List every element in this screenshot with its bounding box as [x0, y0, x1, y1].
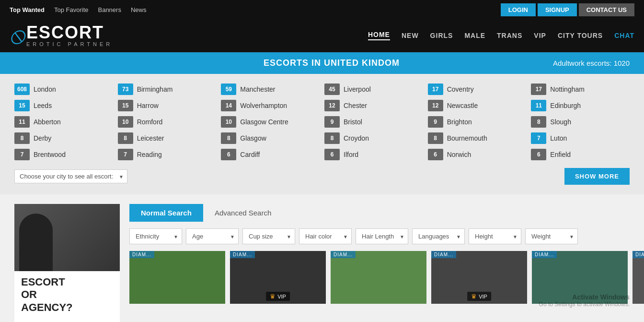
- contact-button[interactable]: CONTACT US: [579, 3, 634, 16]
- city-item[interactable]: 8Derby: [14, 132, 113, 144]
- ad-silhouette: [14, 204, 120, 271]
- city-item[interactable]: 7Brentwood: [14, 149, 113, 160]
- city-name[interactable]: Cardiff: [240, 151, 260, 158]
- city-badge: 12: [324, 100, 340, 111]
- escort-card[interactable]: DIAM...: [129, 251, 225, 304]
- city-name[interactable]: Norwich: [447, 151, 472, 158]
- nav-new[interactable]: NEW: [402, 32, 419, 39]
- city-name[interactable]: Coventry: [447, 85, 474, 93]
- filter-age[interactable]: Age: [186, 228, 239, 244]
- city-name[interactable]: Derby: [34, 134, 51, 142]
- filter-weight[interactable]: Weight: [525, 228, 578, 244]
- city-name[interactable]: Glasgow Centre: [240, 118, 288, 126]
- city-item[interactable]: 9Bristol: [324, 116, 423, 128]
- city-name[interactable]: Liverpool: [344, 85, 371, 93]
- city-name[interactable]: Reading: [137, 151, 162, 158]
- city-item[interactable]: 45Liverpool: [324, 83, 423, 95]
- city-name[interactable]: Leeds: [34, 102, 52, 109]
- city-item[interactable]: 73Birmingham: [118, 83, 217, 95]
- city-name[interactable]: Nottingham: [550, 85, 585, 93]
- city-item[interactable]: 608London: [14, 83, 113, 95]
- city-item[interactable]: 59Manchester: [221, 83, 320, 95]
- city-item[interactable]: 7Luton: [531, 132, 630, 144]
- city-name[interactable]: Luton: [550, 134, 567, 142]
- city-item[interactable]: 8Leicester: [118, 132, 217, 144]
- city-select[interactable]: Choose your city to see all escort:: [14, 169, 127, 183]
- filter-hair_color[interactable]: Hair color: [299, 228, 352, 244]
- city-item[interactable]: 11Edinburgh: [531, 100, 630, 111]
- top-nav-top-wanted[interactable]: Top Wanted: [10, 6, 45, 13]
- escort-card[interactable]: DIAM...: [331, 251, 426, 304]
- city-item[interactable]: 15Harrow: [118, 100, 217, 111]
- filter-height[interactable]: Height: [469, 228, 521, 244]
- city-item[interactable]: 6Norwich: [428, 149, 527, 160]
- nav-chat[interactable]: CHAT: [614, 32, 634, 39]
- cards-row: DIAM...♛ VIPDIAM...DIAM...♛ VIPDIAM...DI…: [129, 251, 644, 304]
- signup-button[interactable]: SIGNUP: [538, 3, 577, 16]
- city-name[interactable]: Brighton: [447, 118, 472, 126]
- filter-languages[interactable]: Languages: [412, 228, 465, 244]
- city-badge: 8: [118, 132, 133, 144]
- city-name[interactable]: London: [34, 85, 56, 93]
- city-item[interactable]: 14Wolverhampton: [221, 100, 320, 111]
- city-item[interactable]: 10Glasgow Centre: [221, 116, 320, 128]
- nav-home[interactable]: HOME: [368, 31, 390, 40]
- city-name[interactable]: Leicester: [137, 134, 164, 142]
- city-name[interactable]: Brentwood: [34, 151, 66, 158]
- filter-hair_length-wrap: Hair Length▼: [356, 228, 408, 244]
- city-item[interactable]: 6Cardiff: [221, 149, 320, 160]
- tab-normal-search[interactable]: Normal Search: [129, 204, 203, 222]
- city-name[interactable]: Chester: [344, 102, 367, 109]
- nav-city-tours[interactable]: CITY TOURS: [558, 32, 603, 39]
- filter-ethnicity[interactable]: Ethnicity: [129, 228, 182, 244]
- city-name[interactable]: Newcastle: [447, 102, 478, 109]
- city-name[interactable]: Croydon: [344, 134, 369, 142]
- city-item[interactable]: 8Bournemouth: [428, 132, 527, 144]
- filter-cup_size[interactable]: Cup size: [242, 228, 295, 244]
- show-more-button[interactable]: SHOW MORE: [564, 168, 630, 185]
- city-item[interactable]: 6Enfield: [531, 149, 630, 160]
- nav-trans[interactable]: TRANS: [497, 32, 522, 39]
- city-item[interactable]: 8Glasgow: [221, 132, 320, 144]
- city-name[interactable]: Birmingham: [137, 85, 173, 93]
- city-item[interactable]: 12Chester: [324, 100, 423, 111]
- city-item[interactable]: 8Croydon: [324, 132, 423, 144]
- city-badge: 59: [221, 83, 236, 95]
- escort-card[interactable]: ♛ VIPDIAM...: [230, 251, 326, 304]
- city-name[interactable]: Bournemouth: [447, 134, 487, 142]
- login-button[interactable]: LOGIN: [501, 3, 536, 16]
- nav-vip[interactable]: VIP: [534, 32, 546, 39]
- escort-card[interactable]: ♛ VIPDIAM...: [632, 251, 644, 304]
- top-nav-top-favorite[interactable]: Top Favorite: [54, 6, 89, 13]
- tab-advanced-search[interactable]: Advanced Search: [203, 204, 283, 222]
- city-item[interactable]: 8Slough: [531, 116, 630, 128]
- city-name[interactable]: Wolverhampton: [240, 102, 287, 109]
- city-item[interactable]: 17Coventry: [428, 83, 527, 95]
- city-name[interactable]: Manchester: [240, 85, 275, 93]
- nav-girls[interactable]: GIRLS: [430, 32, 453, 39]
- city-name[interactable]: Abberton: [34, 118, 61, 126]
- city-name[interactable]: Enfield: [550, 151, 571, 158]
- escort-card[interactable]: DIAM...: [532, 251, 628, 304]
- city-name[interactable]: Ilford: [344, 151, 358, 158]
- city-item[interactable]: 17Nottingham: [531, 83, 630, 95]
- city-item[interactable]: 6Ilford: [324, 149, 423, 160]
- city-item[interactable]: 9Brighton: [428, 116, 527, 128]
- city-name[interactable]: Bristol: [344, 118, 362, 126]
- city-name[interactable]: Edinburgh: [550, 102, 581, 109]
- escort-card[interactable]: ♛ VIPDIAM...: [431, 251, 527, 304]
- city-item[interactable]: 15Leeds: [14, 100, 113, 111]
- top-nav-news[interactable]: News: [131, 6, 147, 13]
- nav-male[interactable]: MALE: [464, 32, 485, 39]
- city-name[interactable]: Slough: [550, 118, 571, 126]
- city-item[interactable]: 12Newcastle: [428, 100, 527, 111]
- city-name[interactable]: Glasgow: [240, 134, 266, 142]
- top-nav-banners[interactable]: Banners: [98, 6, 121, 13]
- city-badge: 10: [118, 116, 133, 128]
- city-item[interactable]: 11Abberton: [14, 116, 113, 128]
- city-name[interactable]: Romford: [137, 118, 163, 126]
- city-item[interactable]: 10Romford: [118, 116, 217, 128]
- city-item[interactable]: 7Reading: [118, 149, 217, 160]
- filter-hair_length[interactable]: Hair Length: [356, 228, 408, 244]
- city-name[interactable]: Harrow: [137, 102, 159, 109]
